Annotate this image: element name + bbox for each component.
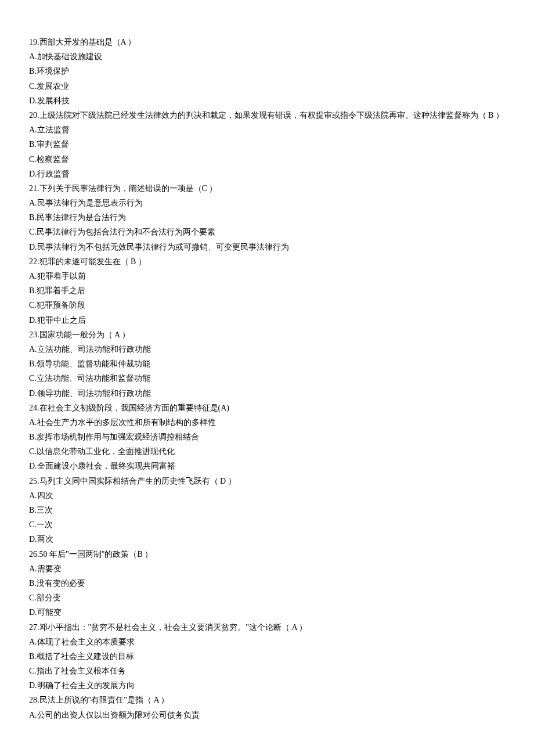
text-line: 24.在社会主义初级阶段，我国经济方面的重要特征是(A) <box>29 401 505 415</box>
text-line: B.没有变的必要 <box>29 576 505 591</box>
text-line: A.加快基础设施建设 <box>29 49 505 64</box>
text-line: 27.邓小平指出："贫穷不是社会主义，社会主义要消灭贫穷。"这个论断（ A ） <box>29 620 505 635</box>
text-line: 26.50 年后"一国两制"的政策（B ） <box>29 547 505 561</box>
text-line: C.检察监督 <box>29 152 505 167</box>
text-line: C.以信息化带动工业化，全面推进现代化 <box>29 444 505 459</box>
text-line: B.概括了社会主义建设的目标 <box>29 649 505 664</box>
text-line: A.立法监督 <box>29 123 505 137</box>
text-line: B.三次 <box>29 503 505 517</box>
text-line: A.立法功能、司法功能和行政功能 <box>29 342 505 357</box>
text-line: C.部分变 <box>29 591 505 605</box>
text-line: D.犯罪中止之后 <box>29 313 505 327</box>
text-line: D.全面建设小康社会，最终实现共同富裕 <box>29 459 505 473</box>
text-line: D.领导功能、司法功能和行政功能 <box>29 386 505 401</box>
text-line: D.两次 <box>29 532 505 546</box>
text-line: 20.上级法院对下级法院已经发生法律效力的判决和裁定，如果发现有错误，有权提审或… <box>29 108 505 123</box>
text-line: 23.国家功能一般分为（ A ） <box>29 327 505 342</box>
text-line: B.发挥市场机制作用与加强宏观经济调控相结合 <box>29 430 505 444</box>
text-line: 25.马列主义同中国实际相结合产生的历史性飞跃有（ D ） <box>29 474 505 488</box>
text-line: D.发展科技 <box>29 93 505 108</box>
text-line: C.发展农业 <box>29 79 505 93</box>
text-line: 19.西部大开发的基础是（A ） <box>29 35 505 49</box>
text-line: D.行政监督 <box>29 167 505 181</box>
text-line: 22.犯罪的未遂可能发生在（ B ） <box>29 254 505 269</box>
text-line: B.环境保护 <box>29 64 505 78</box>
text-line: A.公司的出资人仅以出资额为限对公司债务负责 <box>29 708 505 722</box>
text-line: C.犯罪预备阶段 <box>29 298 505 312</box>
text-line: B.犯罪着手之后 <box>29 283 505 298</box>
text-line: A.民事法律行为是意思表示行为 <box>29 196 505 210</box>
text-line: B.审判监督 <box>29 137 505 152</box>
document-content: 19.西部大开发的基础是（A ）A.加快基础设施建设B.环境保护C.发展农业D.… <box>29 35 505 722</box>
text-line: C.一次 <box>29 517 505 532</box>
text-line: B.民事法律行为是合法行为 <box>29 210 505 225</box>
text-line: C.指出了社会主义根本任务 <box>29 664 505 678</box>
text-line: A.犯罪着手以前 <box>29 269 505 283</box>
text-line: C.民事法律行为包括合法行为和不合法行为两个要素 <box>29 225 505 239</box>
text-line: D.明确了社会主义的发展方向 <box>29 678 505 693</box>
text-line: A.社会生产力水平的多层次性和所有制结构的多样性 <box>29 415 505 430</box>
text-line: D.可能变 <box>29 605 505 620</box>
text-line: 21.下列关于民事法律行为，阐述错误的一项是（C ） <box>29 181 505 196</box>
text-line: A.四次 <box>29 488 505 503</box>
text-line: C.立法功能、司法功能和监督功能 <box>29 371 505 386</box>
text-line: A.体现了社会主义的本质要求 <box>29 635 505 649</box>
text-line: A.需要变 <box>29 561 505 576</box>
text-line: D.民事法律行为不包括无效民事法律行为或可撤销、可变更民事法律行为 <box>29 240 505 254</box>
text-line: B.领导功能、监督功能和仲裁功能 <box>29 357 505 371</box>
text-line: 28.民法上所说的"有限责任"是指（ A ） <box>29 693 505 707</box>
